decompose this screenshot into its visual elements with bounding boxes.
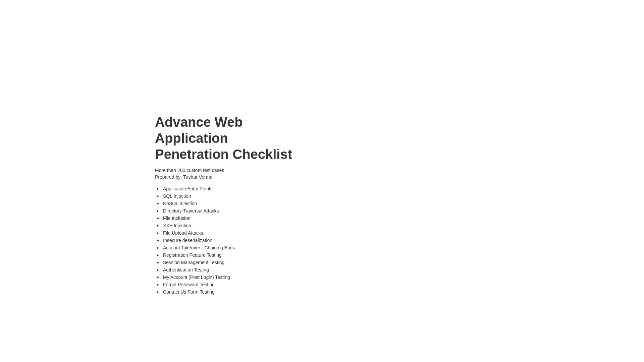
bullet-icon	[155, 252, 160, 258]
list-item-label: File Inclusion	[163, 216, 191, 221]
list-item-label: XXE Injection	[163, 223, 191, 228]
bullet-icon	[155, 238, 160, 243]
list-item-label: Application Entry Points	[163, 186, 213, 191]
list-item[interactable]: File Upload Attacks	[155, 229, 302, 237]
content-area: Advance Web Application Penetration Chec…	[0, 0, 302, 296]
bullet-icon	[155, 267, 160, 273]
list-item[interactable]: Authentication Testing	[155, 266, 302, 274]
list-item-label: SQL Injection	[163, 193, 191, 199]
list-item[interactable]: XXE Injection	[155, 222, 302, 229]
bullet-icon	[155, 216, 160, 221]
list-item[interactable]: SQL Injection	[155, 192, 302, 200]
list-item[interactable]: Forgot Password Testing	[155, 281, 302, 288]
list-item-label: Registration Feature Testing	[163, 252, 222, 258]
list-item[interactable]: Session Management Testing	[155, 259, 302, 266]
list-item[interactable]: Contact Us Form Testing	[155, 288, 302, 296]
list-item[interactable]: Directory Traversal Attacks	[155, 207, 302, 215]
bullet-icon	[155, 260, 160, 265]
bullet-icon	[155, 186, 160, 191]
bullet-icon	[155, 201, 160, 206]
bullet-icon	[155, 193, 160, 199]
bullet-icon	[155, 245, 160, 250]
bullet-icon	[155, 289, 160, 295]
list-item-label: Forgot Password Testing	[163, 282, 215, 287]
list-item[interactable]: Account Takeover - Chaining Bugs	[155, 244, 302, 251]
author: Prepared by: Tushar Verma	[155, 174, 302, 180]
bullet-icon	[155, 230, 160, 236]
list-item[interactable]: File Inclusion	[155, 215, 302, 222]
list-item[interactable]: Application Entry Points	[155, 185, 302, 192]
list-item[interactable]: Registration Feature Testing	[155, 251, 302, 259]
list-item-label: Contact Us Form Testing	[163, 289, 215, 295]
list-item-label: Authentication Testing	[163, 267, 209, 273]
list-item-label: My Account (Post Login) Testing	[163, 275, 230, 280]
list-item-label: File Upload Attacks	[163, 230, 203, 236]
list-item-label: Account Takeover - Chaining Bugs	[163, 245, 235, 250]
bullet-icon	[155, 223, 160, 228]
page-container: Advance Web Application Penetration Chec…	[0, 0, 644, 362]
checklist: Application Entry PointsSQL InjectionNoS…	[155, 185, 302, 296]
page-title: Advance Web Application Penetration Chec…	[155, 114, 296, 162]
subtitle: More than 200 custom test cases	[155, 168, 302, 173]
list-item-label: Insecure deserialization	[163, 238, 212, 243]
bullet-icon	[155, 208, 160, 214]
list-item-label: Session Management Testing	[163, 260, 224, 265]
list-item-label: Directory Traversal Attacks	[163, 208, 219, 214]
list-item-label: NoSQL Injection	[163, 201, 197, 206]
list-item[interactable]: NoSQL Injection	[155, 200, 302, 207]
bullet-icon	[155, 282, 160, 287]
list-item[interactable]: My Account (Post Login) Testing	[155, 274, 302, 281]
bullet-icon	[155, 275, 160, 280]
list-item[interactable]: Insecure deserialization	[155, 237, 302, 244]
